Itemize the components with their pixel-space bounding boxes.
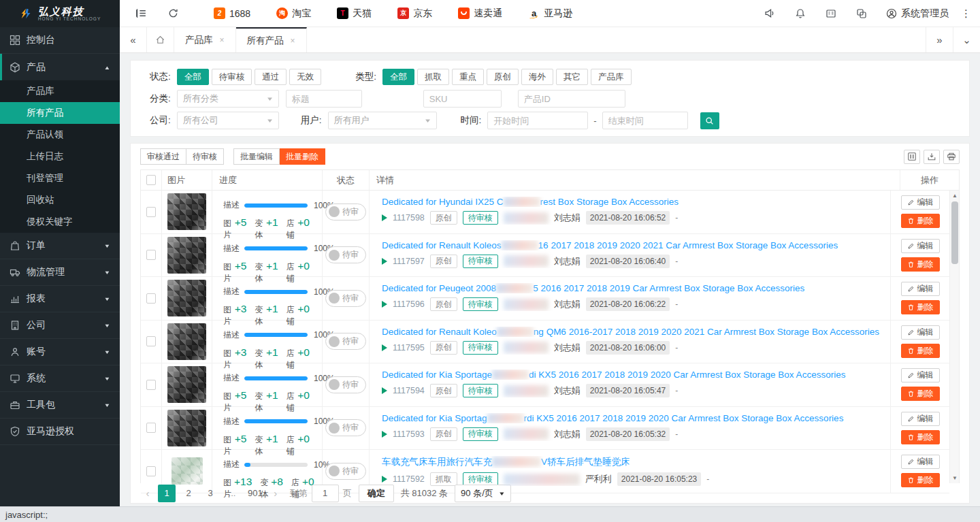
select-all-checkbox[interactable]: [146, 175, 156, 185]
status-filter-无效[interactable]: 无效: [289, 69, 321, 85]
type-filter-重点[interactable]: 重点: [452, 69, 484, 85]
print-icon[interactable]: [943, 150, 960, 164]
app-panel-icon[interactable]: [825, 7, 837, 20]
submenu-item-上传日志[interactable]: 上传日志: [0, 146, 120, 167]
sidebar-item-控制台[interactable]: 控制台: [0, 27, 120, 54]
row-checkbox[interactable]: [146, 293, 156, 304]
row-checkbox[interactable]: [146, 207, 156, 217]
product-title-link[interactable]: Dedicated for Kia Sportagrdi KX5 2016 20…: [382, 413, 882, 423]
row-checkbox[interactable]: [146, 250, 156, 260]
platform-tab-天猫[interactable]: T天猫: [324, 0, 385, 27]
next-page-icon[interactable]: ›: [270, 487, 282, 499]
edit-button[interactable]: 编辑: [901, 195, 940, 210]
goto-confirm-button[interactable]: 确定: [359, 485, 394, 502]
type-filter-抓取[interactable]: 抓取: [417, 69, 449, 85]
tabs-scroll-right-icon[interactable]: »: [926, 27, 953, 52]
sku-input[interactable]: [423, 90, 502, 108]
submenu-item-所有产品[interactable]: 所有产品: [0, 102, 120, 124]
edit-button[interactable]: 编辑: [901, 455, 940, 469]
notification-bell-icon[interactable]: [794, 7, 806, 20]
submenu-item-产品库[interactable]: 产品库: [0, 80, 120, 102]
approve-button[interactable]: 审核通过: [140, 148, 186, 165]
edit-button[interactable]: 编辑: [901, 412, 940, 426]
delete-button[interactable]: 删除: [901, 300, 940, 314]
product-image[interactable]: [167, 193, 206, 230]
product-title-link[interactable]: 车载充气床车用旅行汽车充V轿车后排气垫睡觉床: [382, 456, 882, 468]
product-title-link[interactable]: Dedicated for Renault Koleong QM6 2016-2…: [382, 327, 882, 337]
user-menu[interactable]: 系统管理员: [886, 7, 949, 20]
delete-button[interactable]: 删除: [901, 387, 940, 401]
scroll-up-icon[interactable]: ▲: [950, 191, 960, 201]
prev-page-icon[interactable]: ‹: [142, 487, 154, 499]
submenu-item-产品认领[interactable]: 产品认领: [0, 124, 120, 146]
tabs-scroll-left-icon[interactable]: «: [120, 27, 147, 52]
page-tab-所有产品[interactable]: 所有产品×: [236, 27, 307, 52]
product-title-link[interactable]: Dedicated for Peugeot 20085 2016 2017 20…: [382, 283, 882, 293]
announcement-icon[interactable]: [764, 7, 776, 20]
product-image[interactable]: [167, 366, 206, 403]
play-icon[interactable]: [382, 258, 387, 265]
clear-cache-icon[interactable]: [855, 7, 868, 20]
delete-button[interactable]: 删除: [901, 214, 940, 228]
batch-edit-button[interactable]: 批量编辑: [233, 148, 280, 165]
type-filter-全部[interactable]: 全部: [382, 69, 414, 85]
page-button-3[interactable]: 3: [201, 485, 219, 502]
play-icon[interactable]: [382, 301, 387, 308]
platform-tab-速卖通[interactable]: 速卖通: [445, 0, 515, 27]
product-image[interactable]: [167, 323, 206, 360]
sidebar-item-账号[interactable]: 账号▼: [0, 339, 120, 365]
start-time-input[interactable]: [487, 112, 588, 129]
product-title-link[interactable]: Dedicated for Hyundai IX25 Crest Box Sto…: [382, 197, 882, 207]
play-icon[interactable]: [382, 476, 387, 483]
home-tab[interactable]: [147, 27, 174, 52]
category-select[interactable]: 所有分类▼: [177, 90, 279, 108]
page-button-901[interactable]: 901: [245, 485, 265, 502]
platform-tab-淘宝[interactable]: 淘淘宝: [263, 0, 324, 27]
submenu-item-刊登管理[interactable]: 刊登管理: [0, 167, 120, 189]
page-button-1[interactable]: 1: [158, 485, 176, 502]
row-checkbox[interactable]: [146, 380, 156, 390]
sidebar-item-报表[interactable]: 报表▼: [0, 286, 120, 312]
row-checkbox[interactable]: [146, 423, 156, 433]
vertical-scrollbar[interactable]: ▲ ▼: [949, 191, 959, 483]
play-icon[interactable]: [382, 387, 387, 394]
status-filter-全部[interactable]: 全部: [177, 69, 209, 85]
submenu-item-回收站[interactable]: 回收站: [0, 189, 120, 211]
status-filter-通过[interactable]: 通过: [255, 69, 287, 85]
page-button-2[interactable]: 2: [180, 485, 197, 502]
platform-tab-亚马逊[interactable]: a亚马逊: [515, 0, 585, 27]
platform-tab-京东[interactable]: 京京东: [385, 0, 445, 27]
status-filter-待审核[interactable]: 待审核: [212, 69, 252, 85]
search-button[interactable]: [700, 112, 719, 129]
product-image[interactable]: [167, 237, 206, 274]
type-filter-海外[interactable]: 海外: [521, 69, 553, 85]
sidebar-item-产品[interactable]: 产品▲: [0, 54, 120, 80]
page-size-select[interactable]: 90 条/页▼: [455, 485, 511, 502]
product-id-input[interactable]: [518, 90, 625, 108]
type-filter-产品库[interactable]: 产品库: [591, 69, 632, 85]
product-image[interactable]: [172, 457, 203, 485]
batch-delete-button[interactable]: 批量删除: [280, 148, 325, 165]
product-image[interactable]: [167, 410, 206, 446]
delete-button[interactable]: 删除: [901, 430, 940, 444]
close-tab-icon[interactable]: ×: [291, 36, 295, 46]
page-tab-产品库[interactable]: 产品库×: [174, 27, 236, 52]
sidebar-item-系统[interactable]: 系统▼: [0, 365, 120, 392]
user-select[interactable]: 所有用户▼: [328, 112, 437, 129]
play-icon[interactable]: [382, 214, 387, 221]
close-tab-icon[interactable]: ×: [220, 35, 225, 45]
sidebar-item-公司[interactable]: 公司▼: [0, 312, 120, 339]
tabs-menu-icon[interactable]: ⌄: [953, 27, 980, 52]
column-setting-icon[interactable]: [904, 150, 920, 164]
company-select[interactable]: 所有公司▼: [177, 112, 279, 129]
set-pending-button[interactable]: 待审核: [186, 148, 224, 165]
edit-button[interactable]: 编辑: [901, 282, 940, 296]
play-icon[interactable]: [382, 431, 387, 438]
title-input[interactable]: [286, 90, 362, 108]
refresh-icon[interactable]: [167, 7, 179, 20]
play-icon[interactable]: [382, 344, 387, 351]
sidebar-item-工具包[interactable]: 工具包▼: [0, 392, 120, 419]
product-image[interactable]: [167, 280, 206, 316]
edit-button[interactable]: 编辑: [901, 239, 940, 253]
scrollbar-thumb[interactable]: [951, 201, 958, 264]
